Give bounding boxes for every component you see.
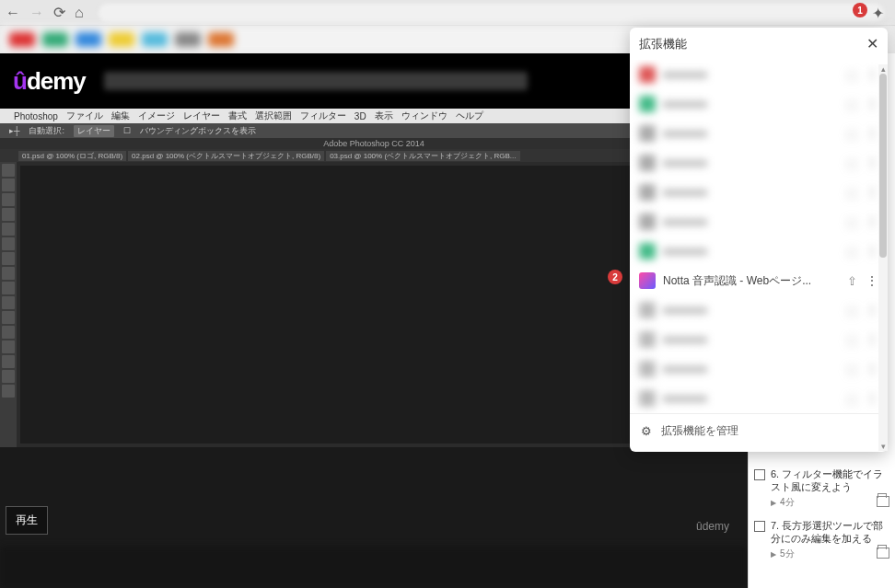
checkbox-icon[interactable]	[754, 469, 765, 480]
ps-canvas	[20, 166, 689, 444]
lesson-title: 6. フィルター機能でイラスト風に変えよう	[771, 467, 889, 494]
lesson-item-6[interactable]: 6. フィルター機能でイラスト風に変えよう 4分	[754, 462, 889, 513]
play-icon	[771, 548, 776, 559]
close-icon[interactable]: ✕	[866, 35, 878, 52]
download-icon[interactable]	[877, 548, 889, 559]
more-icon[interactable]: ⋮	[866, 273, 878, 288]
address-bar[interactable]	[99, 4, 884, 22]
nav-home-button[interactable]: ⌂	[75, 5, 84, 21]
course-title	[104, 72, 528, 90]
extensions-popup: 拡張機能 ✕ xxxxxxxx⬚⋮ xxxxxxxx⬚⋮ xxxxxxxx⬚⋮ …	[630, 28, 888, 452]
download-icon[interactable]	[877, 496, 889, 507]
player-controls[interactable]	[0, 546, 748, 588]
udemy-logo[interactable]: ûdemy	[13, 67, 86, 96]
nav-back-button[interactable]: ←	[6, 5, 20, 21]
extensions-title: 拡張機能	[639, 36, 687, 52]
checkbox-icon[interactable]	[754, 521, 765, 532]
nav-reload-button[interactable]: ⟳	[53, 4, 65, 21]
manage-extensions-link[interactable]: ⚙ 拡張機能を管理	[630, 413, 888, 448]
nav-forward-button[interactable]: →	[29, 5, 44, 21]
scrollbar[interactable]: ▴▾	[878, 64, 888, 451]
extensions-icon[interactable]: ✦	[872, 5, 884, 22]
udemy-watermark: ûdemy	[696, 520, 729, 533]
gear-icon: ⚙	[641, 424, 652, 438]
callout-marker-2: 2	[608, 270, 622, 284]
play-button[interactable]: 再生	[6, 506, 48, 535]
lesson-item-7[interactable]: 7. 長方形選択ツールで部分にのみ編集を加える 5分	[754, 513, 889, 565]
notta-extension-icon	[639, 272, 656, 289]
callout-marker-1: 1	[853, 3, 867, 17]
extension-item-notta[interactable]: Notta 音声認識 - Webページ... ⇧ ⋮	[630, 266, 888, 295]
ps-toolbox	[0, 162, 17, 447]
pin-icon[interactable]: ⇧	[845, 274, 858, 288]
lesson-title: 7. 長方形選択ツールで部分にのみ編集を加える	[771, 519, 889, 546]
browser-toolbar: ← → ⟳ ⌂	[0, 0, 895, 26]
play-icon	[771, 496, 776, 508]
extension-name: Notta 音声認識 - Webページ...	[663, 273, 838, 289]
